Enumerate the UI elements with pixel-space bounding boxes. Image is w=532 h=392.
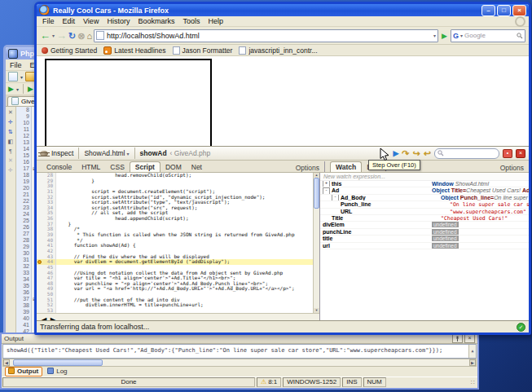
firebug-side-tab-watch[interactable]: Watch bbox=[330, 161, 362, 172]
watch-row[interactable]: Title"Cheapest Used Cars!" bbox=[320, 215, 529, 222]
watch-row[interactable]: Punch_line"On line super sale car store" bbox=[320, 201, 529, 208]
line-number[interactable]: 32 bbox=[37, 195, 56, 200]
menu-view[interactable]: View bbox=[79, 16, 103, 26]
line-number[interactable]: 18 bbox=[16, 172, 32, 178]
continue-button[interactable]: ▶ bbox=[393, 148, 398, 158]
line-number[interactable]: 38 bbox=[37, 227, 56, 232]
script-vertical-scrollbar[interactable]: ▲ ▼ bbox=[313, 173, 319, 313]
line-number[interactable]: 45 bbox=[37, 265, 56, 271]
line-number[interactable]: 36 bbox=[37, 216, 56, 222]
line-number[interactable]: 30 bbox=[37, 183, 56, 189]
close-button[interactable]: × bbox=[512, 5, 526, 16]
script-line[interactable]: 41 function showAd(Ad) { bbox=[37, 243, 319, 249]
firefox-window[interactable]: Really Cool Cars - Mozilla Firefox – □ ×… bbox=[34, 2, 531, 335]
output-tab-output[interactable]: Output bbox=[5, 367, 42, 377]
line-number[interactable]: 49 bbox=[37, 286, 56, 292]
menu-tools[interactable]: Tools bbox=[178, 16, 204, 26]
firebug-tab-net[interactable]: Net bbox=[187, 162, 207, 172]
firebug-tab-html[interactable]: HTML bbox=[77, 162, 105, 172]
forward-button[interactable]: → bbox=[56, 30, 67, 42]
line-number[interactable]: 48 bbox=[37, 281, 56, 287]
go-button[interactable]: ▶ bbox=[440, 32, 449, 40]
line-number[interactable]: 36 bbox=[16, 289, 32, 296]
close-icon[interactable]: × bbox=[464, 334, 475, 343]
scroll-left-arrow[interactable]: ◀ bbox=[3, 359, 10, 366]
options-dropdown-left[interactable]: Options bbox=[296, 164, 324, 172]
line-number[interactable]: 26 bbox=[16, 224, 32, 231]
firebug-tab-script[interactable]: Script bbox=[130, 161, 160, 172]
watch-row[interactable]: divElemundefined bbox=[320, 222, 529, 228]
run-icon[interactable]: ▶ bbox=[8, 85, 14, 93]
line-number[interactable]: 17 bbox=[16, 165, 32, 172]
line-number[interactable]: 11 bbox=[16, 126, 32, 133]
pane-icon[interactable]: ◧ bbox=[8, 139, 14, 145]
firebug-close-button[interactable]: × bbox=[516, 149, 525, 158]
url-dropdown-icon[interactable]: ▾ bbox=[433, 33, 436, 38]
line-number[interactable]: 43 bbox=[37, 254, 56, 260]
firebug-status-ok-icon[interactable]: ✓ bbox=[517, 323, 525, 332]
line-number[interactable]: 22 bbox=[16, 198, 32, 205]
output-text[interactable]: showAd({"Title":"Cheapest Used Cars!","A… bbox=[2, 344, 477, 359]
step-out-button[interactable]: ↩ bbox=[424, 148, 431, 158]
firebug-tab-console[interactable]: Console bbox=[42, 162, 77, 172]
line-number[interactable]: 9 bbox=[16, 113, 32, 120]
firebug-tab-css[interactable]: CSS bbox=[105, 162, 129, 172]
breakpoint-icon[interactable] bbox=[37, 260, 42, 264]
line-number[interactable]: 31 bbox=[37, 189, 56, 195]
output-tab-log[interactable]: Log bbox=[44, 367, 71, 377]
bookmark-item[interactable]: javascripti_inn_contr... bbox=[239, 46, 317, 55]
line-number[interactable]: 30 bbox=[16, 250, 32, 257]
scroll-right-arrow[interactable]: ▶ bbox=[469, 359, 476, 366]
output-titlebar[interactable]: Output × bbox=[2, 334, 477, 344]
script-line[interactable]: 52 divElem.innerHTML = title+punchLine+u… bbox=[37, 302, 319, 308]
line-number[interactable]: 32 bbox=[16, 263, 32, 270]
chevron-down-icon[interactable]: ▾ bbox=[16, 86, 19, 92]
line-number[interactable]: 19 bbox=[16, 178, 32, 185]
line-number[interactable]: 35 bbox=[37, 210, 56, 216]
line-number[interactable]: 39 bbox=[16, 309, 32, 315]
step-over-button[interactable]: ↷ bbox=[402, 148, 409, 158]
line-number[interactable]: 28 bbox=[16, 237, 32, 244]
line-number[interactable]: 12 bbox=[16, 133, 32, 139]
line-number[interactable]: 20 bbox=[16, 185, 32, 192]
search-bar[interactable]: G▾ Google bbox=[451, 29, 525, 42]
firebug-tab-dom[interactable]: DOM bbox=[160, 162, 187, 172]
line-number[interactable]: 14 bbox=[16, 146, 32, 152]
script-line[interactable]: 44 var divElem = document.getElementById… bbox=[37, 259, 319, 265]
google-engine-icon[interactable]: G bbox=[453, 32, 459, 40]
line-number[interactable]: 15 bbox=[16, 152, 32, 159]
chevron-down-icon[interactable]: ▾ bbox=[20, 74, 23, 80]
menu-file[interactable]: File bbox=[38, 16, 59, 26]
bookmark-item[interactable]: Getting Started bbox=[42, 46, 97, 55]
menu-edit[interactable]: Edit bbox=[59, 16, 80, 26]
page-content[interactable] bbox=[37, 56, 529, 146]
scroll-thumb[interactable] bbox=[13, 359, 103, 366]
new-file-icon[interactable] bbox=[8, 72, 18, 81]
new-watch-expression-input[interactable]: New watch expression... bbox=[320, 173, 529, 181]
output-horizontal-scrollbar[interactable]: ◀ ▶ bbox=[2, 359, 477, 367]
watch-row[interactable]: titleundefined bbox=[320, 236, 529, 242]
line-number[interactable]: 34 bbox=[37, 205, 56, 211]
collapse-icon[interactable]: - bbox=[332, 195, 339, 200]
scroll-right-arrow[interactable]: ▶ bbox=[51, 315, 60, 320]
line-number[interactable]: 13 bbox=[16, 139, 32, 146]
line-number[interactable]: 25 bbox=[16, 218, 32, 224]
line-number[interactable]: 29 bbox=[37, 178, 56, 184]
script-pane[interactable]: 28 head.removeChild(oScript);29 }3031 sc… bbox=[37, 173, 320, 320]
search-placeholder[interactable]: Google bbox=[464, 32, 515, 39]
line-number[interactable]: 10 bbox=[16, 120, 32, 126]
line-number[interactable]: 37 bbox=[37, 222, 56, 227]
script-line[interactable]: 29 } bbox=[37, 178, 319, 184]
line-number[interactable]: 23 bbox=[16, 205, 32, 211]
line-number[interactable]: 24 bbox=[16, 211, 32, 218]
script-line[interactable]: 36 head.appendChild(script); bbox=[37, 216, 319, 222]
firebug-search-input[interactable] bbox=[434, 148, 499, 159]
watch-row[interactable]: -Ad_BodyObject Punch_line=On line super … bbox=[320, 195, 529, 201]
firebug-minimize-button[interactable]: • bbox=[503, 149, 512, 158]
line-number[interactable]: 52 bbox=[37, 302, 56, 308]
watch-row[interactable]: URL"www.supercheapcars.com" bbox=[320, 209, 529, 215]
line-number[interactable]: 37 bbox=[16, 296, 32, 302]
line-number[interactable]: 33 bbox=[16, 270, 32, 276]
bookmark-item[interactable]: Latest Headlines bbox=[103, 46, 165, 55]
watch-row[interactable]: -AdObject Title=Cheapest Used Cars! Ad_B… bbox=[320, 187, 529, 194]
